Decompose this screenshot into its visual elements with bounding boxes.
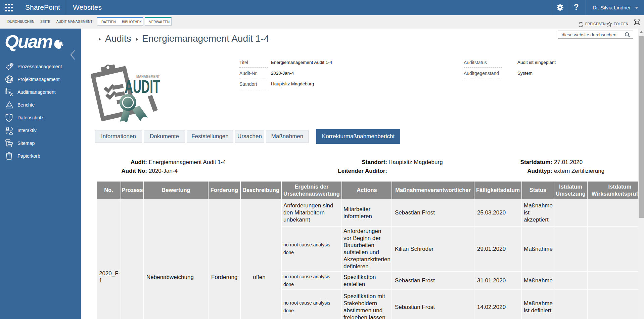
svg-text:AUDIT: AUDIT — [125, 76, 160, 96]
